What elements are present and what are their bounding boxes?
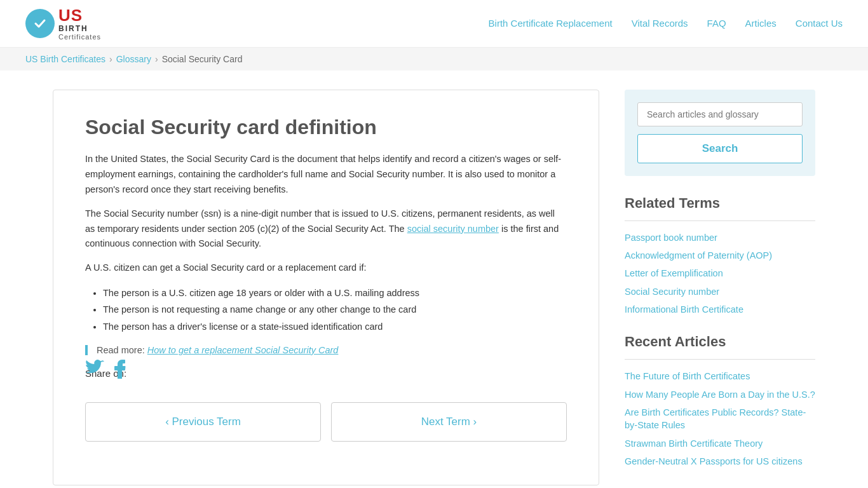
paragraph-3: A U.S. citizen can get a Social Security…: [85, 261, 567, 276]
list-item-2: The person is not requesting a name chan…: [103, 301, 567, 318]
content-card: Social Security card definition In the U…: [53, 90, 599, 485]
list-item-3: The person has a driver's license or a s…: [103, 318, 567, 335]
logo-text: US BIRTH Certificates: [58, 6, 101, 41]
sidebar: Search Related Terms Passport book numbe…: [625, 90, 815, 485]
search-box: Search: [625, 90, 815, 176]
nav-buttons: ‹ Previous Term Next Term ›: [85, 402, 567, 442]
breadcrumb-sep-2: ›: [155, 54, 158, 64]
nav-contact[interactable]: Contact Us: [796, 18, 843, 29]
facebook-share-icon[interactable]: [114, 360, 126, 383]
page-wrapper: Social Security card definition In the U…: [27, 90, 841, 485]
logo-certs: Certificates: [58, 33, 101, 41]
nav-articles[interactable]: Articles: [745, 18, 776, 29]
read-more-label: Read more:: [97, 345, 145, 355]
list-item-1: The person is a U.S. citizen age 18 year…: [103, 285, 567, 301]
recent-link-0[interactable]: The Future of Birth Certificates: [625, 370, 815, 383]
social-share-icons: [85, 360, 567, 383]
nav-vital-records[interactable]: Vital Records: [632, 18, 688, 29]
related-link-1[interactable]: Acknowledgment of Paternity (AOP): [625, 249, 815, 262]
page-title: Social Security card definition: [85, 116, 567, 139]
paragraph-2: The Social Security number (ssn) is a ni…: [85, 207, 567, 252]
recent-articles-title: Recent Articles: [625, 334, 815, 350]
related-link-4[interactable]: Informational Birth Certificate: [625, 303, 815, 316]
twitter-share-icon[interactable]: [85, 360, 104, 383]
breadcrumb-glossary[interactable]: Glossary: [116, 54, 151, 64]
recent-link-3[interactable]: Strawman Birth Certificate Theory: [625, 437, 815, 450]
nav-birth-cert[interactable]: Birth Certificate Replacement: [489, 18, 613, 29]
read-more-block: Read more: How to get a replacement Soci…: [85, 345, 567, 355]
logo-icon: [25, 9, 55, 38]
prev-term-button[interactable]: ‹ Previous Term: [85, 402, 321, 442]
logo-birth: BIRTH: [58, 25, 101, 33]
related-link-0[interactable]: Passport book number: [625, 231, 815, 244]
search-button[interactable]: Search: [637, 134, 803, 163]
breadcrumb-sep-1: ›: [109, 54, 112, 64]
recent-link-4[interactable]: Gender-Neutral X Passports for US citize…: [625, 455, 815, 468]
related-terms-title: Related Terms: [625, 195, 815, 212]
site-header: US BIRTH Certificates Birth Certificate …: [0, 0, 868, 48]
search-input[interactable]: [637, 102, 803, 126]
related-link-3[interactable]: Social Security number: [625, 285, 815, 298]
related-terms-section: Related Terms Passport book number Ackno…: [625, 195, 815, 316]
breadcrumb-current: Social Security Card: [162, 54, 243, 64]
related-divider: [625, 220, 815, 221]
eligibility-list: The person is a U.S. citizen age 18 year…: [103, 285, 567, 334]
next-term-button[interactable]: Next Term ›: [331, 402, 567, 442]
breadcrumb-home[interactable]: US Birth Certificates: [25, 54, 105, 64]
related-link-2[interactable]: Letter of Exemplification: [625, 267, 815, 280]
svg-point-0: [32, 15, 48, 32]
main-nav: Birth Certificate Replacement Vital Reco…: [489, 18, 843, 29]
paragraph-1: In the United States, the Social Securit…: [85, 152, 567, 198]
recent-divider: [625, 359, 815, 360]
recent-link-2[interactable]: Are Birth Certificates Public Records? S…: [625, 406, 815, 432]
nav-faq[interactable]: FAQ: [707, 18, 726, 29]
ssn-link[interactable]: social security number: [407, 224, 499, 234]
recent-link-1[interactable]: How Many People Are Born a Day in the U.…: [625, 388, 815, 401]
breadcrumb: US Birth Certificates › Glossary › Socia…: [0, 48, 868, 71]
recent-articles-section: Recent Articles The Future of Birth Cert…: [625, 334, 815, 468]
logo[interactable]: US BIRTH Certificates: [25, 6, 101, 41]
read-more-link[interactable]: How to get a replacement Social Security…: [147, 345, 339, 355]
logo-us: US: [58, 6, 101, 25]
